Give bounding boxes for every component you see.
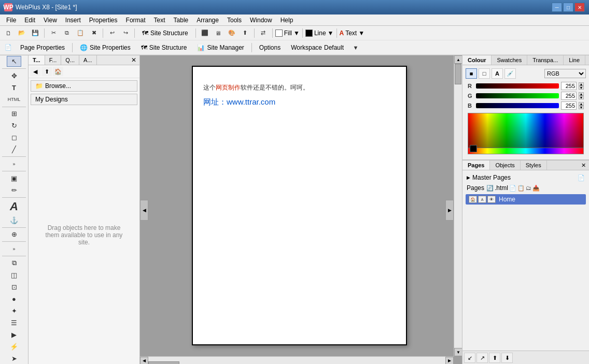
asset-tab-a[interactable]: A... — [79, 55, 97, 65]
minimize-button[interactable]: ─ — [552, 3, 562, 12]
close-button[interactable]: ✕ — [574, 3, 585, 12]
html-refresh-icon[interactable]: 🔄 — [486, 185, 494, 192]
menu-view[interactable]: View — [39, 16, 61, 25]
color-model-select[interactable]: RGB CMYK HSL — [544, 69, 586, 78]
smart-tool[interactable]: ⚡ — [7, 341, 21, 352]
menu-insert[interactable]: Insert — [61, 16, 85, 25]
redo-button[interactable]: ↪ — [119, 27, 132, 39]
line-dropdown-arrow[interactable]: ▼ — [328, 30, 334, 37]
master-pages-row[interactable]: ▶ Master Pages 📄 — [465, 172, 587, 183]
styles-tab[interactable]: Styles — [521, 161, 547, 170]
b-slider-track[interactable] — [476, 103, 559, 108]
my-designs-button[interactable]: My Designs — [31, 94, 137, 105]
pages-tb-btn-3[interactable]: ⬆ — [489, 353, 500, 363]
pages-tb-btn-1[interactable]: ↙ — [464, 353, 475, 363]
color-model-dropdown[interactable]: RGB CMYK HSL — [544, 69, 586, 78]
color-spectrum[interactable] — [468, 113, 584, 154]
screen-tool[interactable]: 🖥 — [212, 27, 225, 39]
g-down-btn[interactable]: ▼ — [579, 96, 584, 99]
fill-dropdown-arrow[interactable]: ▼ — [293, 30, 300, 37]
menu-help[interactable]: Help — [276, 16, 298, 25]
scroll-thumb-h[interactable] — [148, 361, 179, 365]
b-up-btn[interactable]: ▲ — [579, 102, 584, 106]
form-tool[interactable]: ☰ — [7, 317, 21, 328]
page-home-row[interactable]: 🏠 A 👁 Home — [466, 194, 586, 205]
pages-tb-btn-2[interactable]: ↗ — [476, 353, 488, 363]
restore-button[interactable]: □ — [563, 3, 573, 12]
r-value-input[interactable] — [561, 82, 577, 90]
text-dropdown-arrow[interactable]: ▼ — [358, 30, 364, 37]
site-structure-button[interactable]: 🗺 Site Structure — [137, 27, 193, 39]
asset-back-button[interactable]: ◀ — [30, 67, 40, 76]
text-color-btn[interactable]: A — [492, 68, 503, 79]
canvas-scroll-left[interactable]: ◀ — [140, 200, 148, 221]
browse-button[interactable]: 📁 Browse... — [31, 80, 137, 92]
menu-table[interactable]: Table — [170, 16, 193, 25]
pages-import-btn[interactable]: 📥 — [532, 185, 540, 192]
new-button[interactable]: 🗋 — [2, 27, 15, 39]
media-tool[interactable]: ▶ — [7, 329, 21, 340]
asset-tab-f[interactable]: F... — [45, 55, 62, 65]
line-swatch[interactable] — [305, 30, 313, 37]
scroll-up-button[interactable]: ▲ — [454, 55, 462, 64]
pages-panel-close[interactable]: ✕ — [578, 161, 589, 170]
menu-arrange[interactable]: Arrange — [192, 16, 223, 25]
tab-transparency[interactable]: Transpa... — [527, 55, 564, 65]
layer-tool[interactable]: ◫ — [7, 270, 21, 281]
color-tool[interactable]: 🎨 — [226, 27, 238, 39]
color-panel-close[interactable]: ✕ — [585, 56, 589, 65]
asset-tab-q[interactable]: Q... — [61, 55, 79, 65]
eyedropper-btn[interactable]: 💉 — [504, 68, 516, 79]
scroll-left-button[interactable]: ◀ — [140, 357, 148, 365]
site-manager-button[interactable]: 📊 Site Manager — [192, 42, 248, 53]
delete-button[interactable]: ✖ — [88, 27, 100, 39]
rotate-tool[interactable]: ↻ — [7, 120, 21, 131]
fill-color-btn[interactable]: ■ — [466, 68, 477, 79]
save-button[interactable]: 💾 — [29, 27, 41, 39]
tab-swatches[interactable]: Swatches — [492, 55, 527, 65]
open-button[interactable]: 📂 — [16, 27, 28, 39]
publish-tool[interactable]: ⬆ — [239, 27, 251, 39]
stroke-color-btn[interactable]: □ — [479, 68, 490, 79]
spectrum-bar[interactable] — [468, 148, 583, 154]
r-up-btn[interactable]: ▲ — [579, 82, 584, 86]
workspace-dropdown[interactable]: ▼ — [349, 42, 362, 53]
mask-tool[interactable]: ⊡ — [7, 282, 21, 293]
menu-tools[interactable]: Tools — [223, 16, 246, 25]
color2-tool[interactable]: ● — [7, 294, 21, 304]
expand2-tool[interactable]: » — [7, 243, 21, 254]
g-slider-track[interactable] — [476, 93, 559, 98]
html-tool[interactable]: HTML — [7, 94, 21, 105]
r-slider-track[interactable] — [476, 83, 559, 89]
pages-tab[interactable]: Pages — [462, 161, 490, 170]
pages-more-btn[interactable]: 📋 — [517, 185, 525, 192]
menu-edit[interactable]: Edit — [20, 16, 39, 25]
menu-properties[interactable]: Properties — [85, 16, 122, 25]
expand-tool[interactable]: » — [7, 158, 21, 169]
canvas-scrollbar-v[interactable]: ▲ ▼ — [454, 55, 462, 356]
fill-swatch[interactable] — [275, 30, 283, 37]
nav-tool[interactable]: ➤ — [7, 353, 21, 364]
pen-tool[interactable]: ✏ — [7, 185, 21, 196]
g-up-btn[interactable]: ▲ — [579, 92, 584, 96]
table-tool[interactable]: ⊞ — [7, 108, 21, 119]
tab-line[interactable]: Line — [564, 55, 585, 65]
menu-format[interactable]: Format — [122, 16, 150, 25]
scroll-down-button[interactable]: ▼ — [454, 348, 462, 356]
cut-button[interactable]: ✂ — [47, 27, 60, 39]
big-text-tool[interactable]: A — [7, 199, 21, 214]
shape-tool[interactable]: ◻ — [7, 132, 21, 143]
arrange-tool[interactable]: ⇄ — [257, 27, 270, 39]
pages-add-btn[interactable]: 📄 — [509, 185, 516, 192]
b-value-input[interactable] — [561, 101, 577, 110]
move-tool[interactable]: ✥ — [7, 70, 21, 81]
asset-up-button[interactable]: ⬆ — [41, 67, 52, 76]
canvas-scroll-right[interactable]: ▶ — [445, 200, 454, 221]
tab-colour[interactable]: Colour — [462, 55, 492, 65]
black-swatch[interactable] — [470, 145, 477, 152]
copy-button[interactable]: ⧉ — [61, 27, 73, 39]
pages-tb-btn-4[interactable]: ⬇ — [501, 353, 513, 363]
select-tool[interactable]: ↖ — [7, 56, 21, 67]
pages-settings-btn[interactable]: 🗂 — [526, 185, 531, 191]
menu-window[interactable]: Window — [246, 16, 276, 25]
